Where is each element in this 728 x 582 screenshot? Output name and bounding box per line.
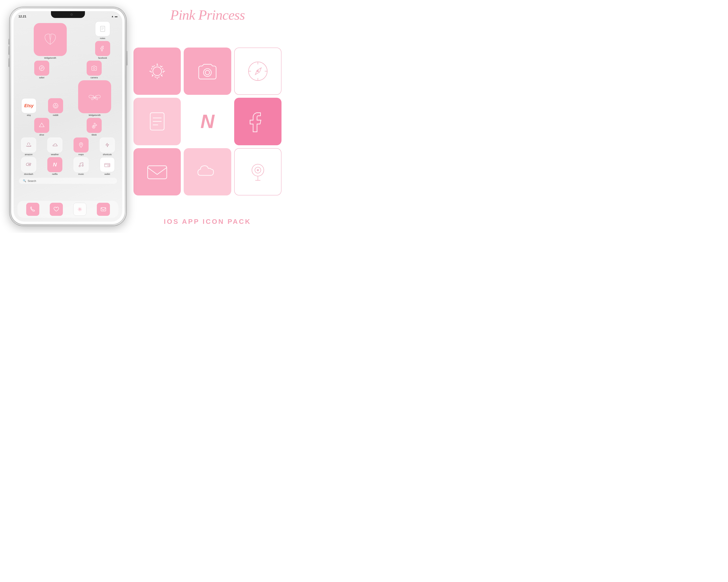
dock-mail[interactable] (97, 203, 110, 216)
title-section: Pink Princess (133, 7, 282, 23)
app-doordash[interactable]: doordash (17, 157, 41, 175)
music-label: music (78, 173, 84, 175)
camera-showcase-icon (194, 58, 220, 84)
app-weather[interactable]: weather (43, 138, 67, 156)
home-screen: Widgetsmith (14, 20, 122, 222)
facebook-label: facebook (98, 57, 107, 59)
app-netflix[interactable]: N netflix (43, 157, 67, 175)
wallet-label: wallet (104, 173, 110, 175)
app-safari[interactable]: safari (17, 61, 67, 79)
music-icon-bg (74, 157, 88, 172)
svg-point-40 (257, 169, 259, 171)
svg-point-32 (257, 71, 258, 72)
power-button (126, 51, 127, 65)
app-amazon[interactable]: a amazon (17, 138, 41, 156)
dock-heart[interactable] (50, 203, 63, 216)
butterfly-icon (87, 89, 102, 104)
facebook-showcase-icon (245, 108, 271, 134)
amazon-icon: a (25, 142, 32, 148)
netflix-label: netflix (52, 173, 58, 175)
netflix-icon-bg: N (47, 157, 62, 172)
svg-point-12 (54, 106, 55, 107)
battery-icon: ▬ (115, 15, 118, 18)
doordash-icon-bg (21, 157, 36, 172)
app-widgetsmith2[interactable]: Widgetsmith (70, 80, 120, 116)
compass-showcase-icon (245, 58, 270, 84)
camera-label: camera (90, 76, 98, 79)
app-row-3: Etsy etsy (17, 80, 120, 116)
widgetsmith-label: Widgetsmith (44, 57, 56, 59)
maps-icon-bg (74, 138, 88, 153)
safari-icon-bg (34, 61, 49, 76)
music-icon (78, 161, 84, 168)
weather-icon-bg (47, 138, 62, 153)
app-reddit[interactable]: reddit (43, 98, 68, 116)
search-bar[interactable]: 🔍 Search (19, 178, 117, 184)
mail-showcase-icon (144, 159, 170, 185)
phone-screen: 12.21 ▲ ▬ (14, 11, 122, 222)
showcase-notes-icon (133, 98, 181, 145)
search-icon-phone: 🔍 (23, 179, 26, 182)
phone-frame: 12.21 ▲ ▬ (10, 7, 126, 225)
drive-label: drive (39, 134, 44, 136)
tiktok-label: tiktok (92, 134, 97, 136)
app-maps[interactable]: maps (69, 138, 93, 156)
svg-point-29 (204, 68, 211, 76)
shortcuts-label: shortcuts (103, 153, 112, 156)
app-facebook[interactable]: facebook (86, 41, 120, 59)
dock-phone[interactable] (26, 203, 39, 216)
right-panel: Pink Princess (126, 7, 282, 225)
showcase-settings-icon (133, 48, 181, 95)
notes-label: notes (100, 37, 105, 39)
etsy-icon-bg: Etsy (21, 98, 36, 113)
svg-point-20 (80, 144, 82, 145)
shortcuts-icon (104, 142, 111, 148)
shortcuts-icon-bg (100, 138, 115, 153)
ios-pack-label: IOS APP ICON PACK (133, 218, 282, 225)
pack-title-section: IOS APP ICON PACK (133, 218, 282, 225)
heart-dock-icon (53, 206, 60, 213)
app-widgetsmith-large[interactable]: Widgetsmith (17, 23, 84, 59)
etsy-text: Etsy (24, 103, 33, 108)
app-tiktok[interactable]: tiktok (69, 118, 120, 136)
app-camera[interactable]: camera (69, 61, 120, 79)
dock-settings[interactable] (73, 203, 86, 216)
facebook-icon-bg (95, 41, 110, 56)
svg-point-13 (56, 106, 57, 107)
mail-dock-icon (100, 206, 107, 213)
reddit-icon-bg (48, 98, 63, 113)
phone-mockup: 12.21 ▲ ▬ (10, 7, 126, 225)
app-shortcuts[interactable]: shortcuts (95, 138, 120, 156)
netflix-n-text: N (53, 162, 57, 168)
app-pack-title: Pink Princess (133, 7, 282, 23)
drive-icon (38, 122, 45, 129)
page-container: 12.21 ▲ ▬ (0, 0, 291, 233)
phone-dock-icon (29, 206, 36, 213)
drive-icon-bg (34, 118, 49, 133)
app-etsy[interactable]: Etsy etsy (17, 98, 41, 116)
amazon-icon-bg: a (21, 138, 36, 153)
app-notes[interactable]: notes (86, 21, 120, 39)
safari-icon (38, 65, 45, 72)
leaf-icon (43, 32, 57, 47)
top-right-icons: notes facebook (86, 21, 120, 59)
showcase-cloud-icon (184, 148, 231, 195)
facebook-icon (99, 45, 106, 52)
notes-showcase-icon (144, 108, 170, 134)
wallet-icon (104, 161, 111, 168)
showcase-safari-icon (234, 48, 282, 95)
gear-showcase-icon (144, 58, 170, 84)
svg-point-14 (55, 104, 56, 105)
notch (51, 11, 85, 18)
widgetsmith2-icon (78, 80, 111, 113)
app-wallet[interactable]: wallet (95, 157, 120, 175)
search-text: Search (28, 179, 36, 182)
camera-icon-bg (87, 61, 102, 76)
app-music[interactable]: music (69, 157, 93, 175)
maps-icon (78, 142, 84, 148)
doordash-icon (25, 161, 32, 168)
phone-inner: 12.21 ▲ ▬ (11, 9, 125, 224)
wallet-icon-bg (100, 157, 115, 172)
app-drive[interactable]: drive (17, 118, 67, 136)
weather-icon (51, 142, 58, 148)
